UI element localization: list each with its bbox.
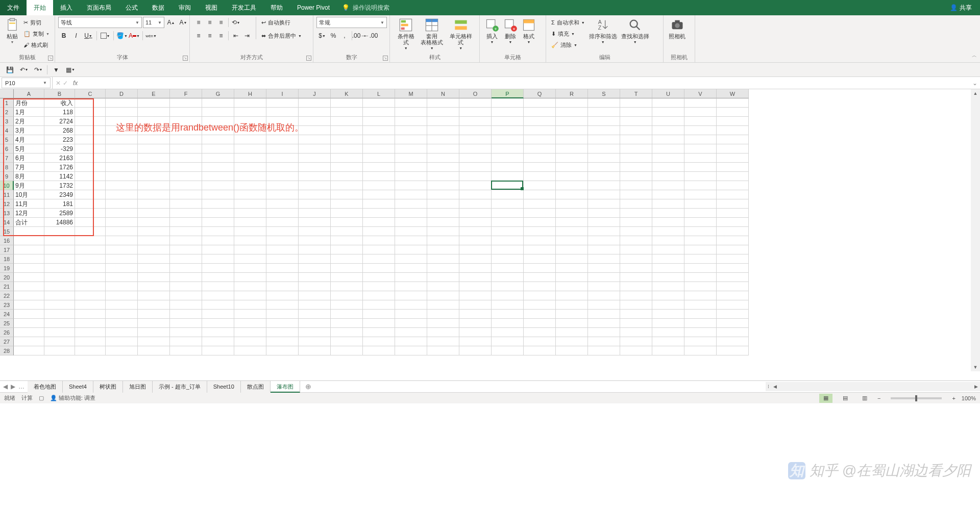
cell[interactable] <box>44 245 75 254</box>
cell[interactable] <box>684 291 717 300</box>
cell[interactable] <box>652 291 684 300</box>
find-select-button[interactable]: 查找和选择▼ <box>619 17 651 45</box>
cell[interactable] <box>266 135 299 144</box>
cell[interactable] <box>492 209 524 218</box>
cell[interactable] <box>459 245 492 254</box>
cell[interactable] <box>427 328 459 337</box>
cell[interactable] <box>620 273 652 282</box>
cell[interactable] <box>620 291 652 300</box>
row-header-22[interactable]: 22 <box>0 291 14 300</box>
cell[interactable] <box>138 98 170 108</box>
cell[interactable] <box>299 254 331 264</box>
cell[interactable] <box>106 245 138 254</box>
cell[interactable] <box>234 209 266 218</box>
col-header-N[interactable]: N <box>427 89 459 98</box>
cell[interactable] <box>588 98 620 108</box>
cell[interactable] <box>14 254 44 264</box>
cell[interactable] <box>684 236 717 245</box>
cell[interactable] <box>14 236 44 245</box>
col-header-F[interactable]: F <box>170 89 202 98</box>
cell[interactable] <box>556 190 588 199</box>
cell[interactable] <box>234 181 266 190</box>
cell[interactable] <box>75 227 106 236</box>
cell[interactable] <box>556 199 588 209</box>
cell[interactable] <box>395 144 427 154</box>
col-header-H[interactable]: H <box>234 89 266 98</box>
cell[interactable] <box>14 273 44 282</box>
cell[interactable] <box>202 282 234 291</box>
cell[interactable] <box>299 172 331 181</box>
row-header-24[interactable]: 24 <box>0 310 14 319</box>
cell[interactable] <box>620 144 652 154</box>
align-top-button[interactable]: ≡ <box>193 17 204 28</box>
cell[interactable] <box>170 154 202 163</box>
cell[interactable] <box>492 319 524 328</box>
row-header-16[interactable]: 16 <box>0 236 14 245</box>
wrap-text-button[interactable]: ↩自动换行 <box>259 17 304 28</box>
cell[interactable] <box>524 291 556 300</box>
cell[interactable] <box>492 163 524 172</box>
cell[interactable] <box>106 163 138 172</box>
cell[interactable] <box>331 218 363 227</box>
cell[interactable] <box>170 108 202 117</box>
cell[interactable] <box>331 190 363 199</box>
cell[interactable] <box>202 310 234 319</box>
col-header-E[interactable]: E <box>138 89 170 98</box>
cell[interactable]: 1732 <box>44 181 75 190</box>
sheet-tab[interactable]: 树状图 <box>93 381 123 393</box>
increase-font-button[interactable]: A▲ <box>165 17 177 28</box>
cell[interactable] <box>492 328 524 337</box>
cell[interactable] <box>234 291 266 300</box>
cell[interactable] <box>717 163 749 172</box>
cell[interactable] <box>44 236 75 245</box>
cell[interactable] <box>492 108 524 117</box>
number-format-combo[interactable]: 常规▼ <box>316 17 387 28</box>
cell[interactable] <box>331 337 363 346</box>
cell[interactable] <box>234 273 266 282</box>
cell[interactable] <box>427 337 459 346</box>
cell[interactable] <box>266 199 299 209</box>
col-header-U[interactable]: U <box>652 89 684 98</box>
cell[interactable] <box>395 218 427 227</box>
cell[interactable] <box>138 108 170 117</box>
format-as-table-button[interactable]: 套用 表格格式▼ <box>419 17 445 52</box>
cell[interactable] <box>75 319 106 328</box>
cell[interactable] <box>717 181 749 190</box>
cell[interactable] <box>266 264 299 273</box>
row-headers[interactable]: 1234567891011121314151617181920212223242… <box>0 98 14 371</box>
cell[interactable]: 月份 <box>14 98 44 108</box>
cell[interactable] <box>717 328 749 337</box>
cell[interactable] <box>652 209 684 218</box>
cell[interactable] <box>524 218 556 227</box>
row-header-4[interactable]: 4 <box>0 126 14 135</box>
orientation-button[interactable]: ⟲▼ <box>230 17 241 28</box>
cell[interactable] <box>427 98 459 108</box>
cell[interactable] <box>556 117 588 126</box>
col-header-S[interactable]: S <box>588 89 620 98</box>
cell[interactable] <box>202 264 234 273</box>
cell[interactable] <box>556 273 588 282</box>
cell[interactable]: 7月 <box>14 163 44 172</box>
tab-more-button[interactable]: … <box>18 383 24 390</box>
cell[interactable] <box>524 328 556 337</box>
cell[interactable] <box>170 144 202 154</box>
cell[interactable] <box>556 108 588 117</box>
cell[interactable] <box>556 144 588 154</box>
cell[interactable] <box>299 282 331 291</box>
font-launcher-icon[interactable]: ↘ <box>183 56 188 61</box>
cell[interactable] <box>234 144 266 154</box>
cell[interactable] <box>492 154 524 163</box>
cell[interactable] <box>106 291 138 300</box>
cell[interactable] <box>459 282 492 291</box>
cell[interactable] <box>684 264 717 273</box>
cell[interactable] <box>395 264 427 273</box>
cell[interactable] <box>75 245 106 254</box>
macro-record-icon[interactable]: ▢ <box>39 395 44 401</box>
row-header-6[interactable]: 6 <box>0 144 14 154</box>
cell[interactable] <box>427 108 459 117</box>
cell[interactable] <box>138 199 170 209</box>
save-button[interactable]: 💾 <box>4 64 15 75</box>
cell[interactable] <box>14 282 44 291</box>
cell[interactable] <box>75 209 106 218</box>
cell[interactable] <box>717 126 749 135</box>
